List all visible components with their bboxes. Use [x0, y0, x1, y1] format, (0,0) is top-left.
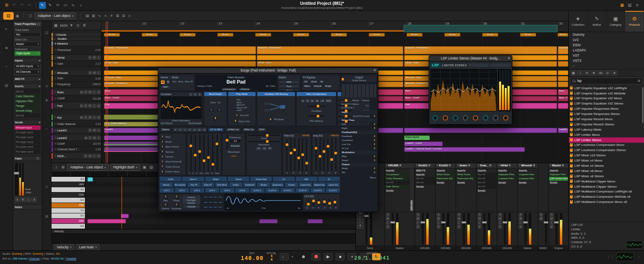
channel-toggle-button[interactable]: ø	[357, 223, 363, 228]
toolbar-icon[interactable]: ▤	[85, 13, 90, 18]
channel-output-label[interactable]: SIDEC	[538, 246, 548, 250]
plugin-list-item[interactable]: LSP Multiband Compressor Mono x8	[569, 200, 644, 205]
listen-button[interactable]: L	[97, 56, 101, 59]
fx-param-knob[interactable]	[373, 159, 376, 162]
channel-output-label[interactable]: DRUMS	[436, 246, 456, 250]
plugin-list-item[interactable]: LSP Impulse Responses Stereo	[569, 111, 644, 117]
cut-icon[interactable]: ✂	[26, 2, 33, 9]
mod-source-button[interactable]: Highest Key	[313, 182, 326, 187]
punch-marker-line[interactable]	[107, 21, 108, 163]
channel-toggle-button[interactable]: S	[478, 213, 481, 217]
region-clip[interactable]: B-min	[369, 33, 385, 37]
fx-param-knob[interactable]	[373, 171, 376, 174]
metronome-volume-slider[interactable]	[296, 256, 308, 257]
lsp-knob[interactable]	[453, 115, 458, 121]
rail-icon[interactable]: +	[3, 63, 10, 70]
channel-expand-icon[interactable]: ⊞	[399, 164, 401, 167]
mono-button[interactable]: ø	[97, 116, 101, 119]
expand-icon[interactable]: ▸	[39, 78, 40, 81]
channel-expand-icon[interactable]: ⊞	[449, 164, 451, 167]
surge-plugin-window[interactable]: Surge (Pad instrument - bridge: Full) ✕ …	[158, 68, 378, 212]
listen-button[interactable]: L	[93, 90, 96, 94]
filter2-type-dropdown[interactable]: Off ▾	[257, 128, 266, 132]
protocol-item[interactable]: LADSPA	[569, 48, 644, 53]
lsp-window-titlebar[interactable]: LSP Limiter Stereo (Master #4 - bridg...…	[429, 56, 512, 61]
toggle-bottom-panel-icon[interactable]: ▤	[626, 2, 633, 9]
scene-output-slider[interactable]	[338, 121, 352, 122]
mod-source-button[interactable]: LFO 3	[190, 188, 204, 193]
filter-config-option[interactable]: S1	[301, 99, 305, 102]
reset-filter-icon[interactable]: ↺	[571, 64, 576, 69]
eg-slider[interactable]	[290, 138, 291, 171]
mod-source-button[interactable]: Latest Key	[326, 182, 340, 187]
plugin-list-item[interactable]: LSP Limiter Stereo	[569, 137, 644, 143]
channel-toggle-button[interactable]: ø	[457, 225, 461, 229]
protocol-item[interactable]: LV2	[569, 37, 644, 43]
mono-button[interactable]: ø	[97, 154, 101, 158]
track-row[interactable]: ♫ Whoosh S M L	[52, 70, 101, 76]
close-icon[interactable]: ✕	[373, 68, 376, 73]
send-slot[interactable]: Pre-fader send	[14, 130, 41, 135]
fader-handle[interactable]	[554, 221, 559, 223]
protocol-item[interactable]: DSSI	[569, 43, 644, 48]
toolbar-icon[interactable]: ≡	[103, 13, 108, 18]
collapse-icon[interactable]: ⊟	[35, 156, 40, 161]
channel-slot[interactable]: Sends	[436, 181, 455, 185]
param-knob[interactable]	[161, 140, 164, 144]
mixer-channel-strip[interactable]: ≡ Kick02 ⊞ InsertsWhite NoiseParametric …	[436, 163, 456, 250]
rail-icon[interactable]: ▣	[3, 82, 10, 89]
param-knob[interactable]	[161, 165, 164, 168]
region-clip[interactable]: HiHat - Gain	[257, 61, 403, 67]
fx-routing-grid[interactable]	[341, 84, 377, 98]
tracklist-grid-icon[interactable]: ▦	[53, 23, 58, 28]
param-knob[interactable]	[161, 160, 164, 164]
midi-note[interactable]	[259, 219, 278, 223]
lsp-knob[interactable]	[433, 115, 438, 121]
mixer-channel-strip[interactable]: ≡ Snar... ⊞ InsertsSlot #1Slot #2Slot #3…	[477, 163, 497, 250]
plugin-list-item[interactable]: LSP Graphic Equalizer x32 LeftRight	[569, 86, 644, 91]
scene-a-button[interactable]: A	[161, 80, 165, 84]
track-row[interactable]: ♩ Scales	[52, 37, 101, 41]
record-arm-button[interactable]	[80, 104, 83, 107]
channel-toggle-button[interactable]: M	[457, 217, 461, 221]
channel-slot[interactable]: Inserts	[385, 169, 410, 173]
channel-toggle-button[interactable]: S	[457, 213, 461, 217]
status-toggle-button[interactable]: Tune	[279, 84, 299, 88]
channel-slot[interactable]: Slot #3	[385, 181, 410, 185]
lsp-knob[interactable]	[493, 115, 498, 121]
scene-split-button[interactable]: Split	[161, 85, 170, 89]
channel-toggle-button[interactable]: L	[457, 221, 461, 225]
channel-slot[interactable]: Sends	[477, 189, 496, 193]
mod-source-button[interactable]: Velocity	[159, 182, 173, 187]
fx-param-knob[interactable]	[373, 115, 376, 118]
mod-source-button[interactable]: Pitch Bend	[215, 182, 229, 187]
mod-source-button[interactable]: S-LFO 2	[265, 188, 280, 193]
channel-toggle-button[interactable]: M	[437, 217, 440, 221]
lfo-knob[interactable]	[164, 195, 168, 199]
mod-source-button[interactable]: Breath	[257, 182, 270, 187]
filter2-selector[interactable]: Filter 2 ▸	[242, 128, 256, 132]
scene-output-slider[interactable]	[338, 100, 352, 101]
channel-toggle-button[interactable]: S	[539, 213, 543, 217]
eg-slider[interactable]	[286, 138, 287, 171]
mixer-slider[interactable]	[212, 135, 213, 172]
channel-slot[interactable]: Cubic Distortion	[385, 177, 410, 181]
region-clip[interactable]: Bass -C	[558, 96, 568, 101]
plugin-inspector-tab-icon[interactable]: ⊕	[44, 84, 50, 89]
region-clip[interactable]: B-min	[482, 33, 498, 37]
timeline-ruler[interactable]: 212223242526272829303132	[101, 21, 568, 32]
mod-source-button[interactable]: LO	[272, 176, 295, 182]
mixer-channel-strip[interactable]: ≡ Kick01 ⊞ MIDI FXInsertsSlot #1Slot #2S…	[415, 163, 436, 250]
piano-key[interactable]: B4	[52, 177, 85, 182]
channel-slot[interactable]: Sends	[385, 189, 410, 193]
channel-fader[interactable]	[524, 213, 526, 245]
editor-midi-icon[interactable]: ♫	[54, 165, 59, 170]
mute-button[interactable]: M	[93, 56, 96, 59]
mod-source-button[interactable]: Skew H	[182, 176, 204, 182]
mute-button[interactable]: M	[88, 90, 92, 94]
scripting-button[interactable]: ⊡	[3, 12, 14, 20]
octave-button[interactable]: +2	[197, 128, 202, 131]
channel-output-label[interactable]: Master	[385, 246, 415, 250]
filter-balance-slider[interactable]	[308, 115, 325, 117]
select-tool-icon[interactable]: ↖	[39, 2, 46, 9]
